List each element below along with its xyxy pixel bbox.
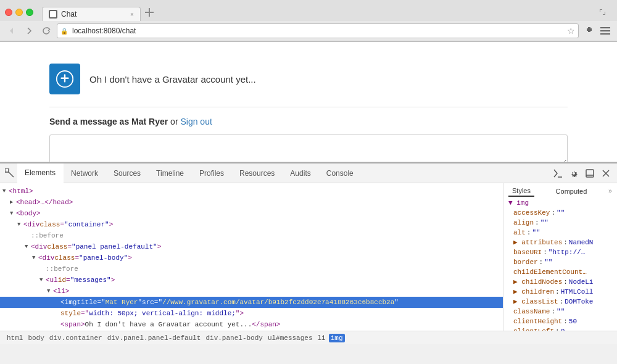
style-prop-align: align: "": [513, 218, 612, 228]
tab-elements[interactable]: Elements: [17, 163, 64, 183]
triangle-ul: [39, 275, 46, 286]
refresh-button[interactable]: [39, 24, 53, 38]
styles-panel: Styles Computed » ▼ img accessKey: "" al…: [503, 183, 617, 331]
breadcrumb-img[interactable]: img: [329, 334, 345, 342]
tab-favicon: [49, 10, 57, 19]
dom-html[interactable]: <html>: [0, 186, 503, 197]
dom-span[interactable]: <span>Oh I don't have a Gravatar account…: [0, 319, 503, 330]
dom-li[interactable]: <li>: [0, 286, 503, 297]
close-button[interactable]: [5, 9, 12, 16]
title-bar: Chat ×: [0, 0, 617, 21]
style-prop-clientHeight: clientHeight: 50: [513, 316, 612, 326]
address-input[interactable]: [57, 23, 579, 38]
triangle-html: [2, 186, 9, 197]
dom-before-1[interactable]: ::before: [0, 230, 503, 241]
message-input[interactable]: [49, 134, 568, 162]
address-wrapper: 🔒 ☆: [57, 23, 579, 38]
style-prop-className: className: "": [513, 307, 612, 316]
tab-bar: Chat ×: [42, 4, 158, 21]
tab-resources[interactable]: Resources: [232, 163, 283, 183]
dom-body[interactable]: <body>: [0, 208, 503, 219]
breadcrumb-panel-body[interactable]: div.panel-body: [204, 334, 264, 342]
address-bar: 🔒 ☆: [0, 21, 617, 41]
dom-head[interactable]: <head>…</head>: [0, 197, 503, 208]
dom-container[interactable]: <div class="container">: [0, 219, 503, 230]
forward-button[interactable]: [22, 24, 36, 38]
tab-network[interactable]: Network: [64, 163, 106, 183]
settings-icon[interactable]: [566, 166, 581, 181]
new-tab-button[interactable]: [141, 4, 158, 21]
maximize-button[interactable]: [26, 9, 33, 16]
execute-icon[interactable]: [550, 166, 565, 181]
message-text: Oh I don't have a Gravatar account yet..…: [89, 74, 256, 85]
close-devtools-icon[interactable]: [598, 166, 613, 181]
dom-panel[interactable]: <div class="panel panel-default">: [0, 241, 503, 252]
triangle-body: [10, 208, 16, 219]
styles-selector: ▼ img: [508, 199, 612, 207]
extensions-icon[interactable]: [582, 24, 596, 38]
devtools-action-icons: [547, 166, 617, 181]
resize-icon[interactable]: [596, 6, 610, 19]
svg-rect-4: [600, 30, 610, 31]
send-message-bar: Send a message as Mat Ryer or Sign out: [49, 110, 568, 130]
traffic-lights: [5, 9, 33, 16]
dom-img[interactable]: <img title="Mat Ryer" src="//www.gravata…: [0, 297, 503, 308]
devtools-body: <html> <head>…</head> <body> <div class=…: [0, 183, 617, 331]
page-content: Oh I don't have a Gravatar account yet..…: [0, 42, 617, 162]
style-prop-baseURI: baseURI: "http://…: [513, 247, 612, 257]
dom-img-style[interactable]: style="width: 50px; vertical-align: midd…: [0, 308, 503, 319]
styles-panel-header: Styles Computed »: [508, 186, 612, 197]
tab-profiles[interactable]: Profiles: [192, 163, 232, 183]
tab-sources[interactable]: Sources: [106, 163, 149, 183]
browser-chrome: Chat × 🔒 ☆: [0, 0, 617, 42]
browser-tab[interactable]: Chat ×: [42, 7, 141, 21]
triangle-panel: [25, 241, 31, 252]
style-prop-children: ▶ children: HTMLColl: [513, 287, 612, 297]
bookmark-icon[interactable]: ☆: [567, 26, 575, 36]
message-area: Oh I don't have a Gravatar account yet..…: [49, 54, 568, 104]
breadcrumb-body[interactable]: body: [26, 334, 46, 342]
style-prop-attributes: ▶ attributes: NamedN: [513, 238, 612, 247]
tab-timeline[interactable]: Timeline: [149, 163, 192, 183]
breadcrumb-ul[interactable]: ul#messages: [266, 334, 315, 342]
style-prop-classList: ▶ classList: DOMToke: [513, 297, 612, 307]
breadcrumb-panel[interactable]: div.panel.panel-default: [106, 334, 203, 342]
tab-console[interactable]: Console: [319, 163, 362, 183]
style-prop-alt: alt: "": [513, 228, 612, 238]
svg-rect-5: [600, 33, 610, 35]
triangle-li: [47, 286, 53, 297]
triangle-head: [10, 197, 16, 208]
devtools-tabs: Elements Network Sources Timeline Profil…: [17, 163, 547, 183]
devtools-panel: Elements Network Sources Timeline Profil…: [0, 162, 617, 344]
breadcrumb-container[interactable]: div.container: [48, 334, 104, 342]
breadcrumb-html[interactable]: html: [5, 334, 25, 342]
menu-icon[interactable]: [598, 24, 612, 38]
styles-tab-computed[interactable]: Computed: [552, 186, 591, 196]
svg-rect-7: [5, 168, 9, 172]
style-prop-accessKey: accessKey: "": [513, 208, 612, 218]
sign-out-link[interactable]: Sign out: [180, 117, 212, 126]
tab-audits[interactable]: Audits: [283, 163, 318, 183]
back-button[interactable]: [5, 24, 19, 38]
tab-title: Chat: [61, 10, 77, 19]
style-prop-border: border: "": [513, 257, 612, 267]
inspect-icon[interactable]: [2, 166, 17, 181]
style-prop-childElementCount: childElementCount…: [513, 267, 612, 277]
toolbar-icons: [582, 24, 612, 38]
breadcrumb-li[interactable]: li: [316, 334, 328, 342]
avatar: [49, 64, 80, 94]
tab-close-button[interactable]: ×: [128, 10, 136, 19]
lock-icon: 🔒: [60, 28, 68, 35]
dock-icon[interactable]: [582, 166, 597, 181]
elements-panel: <html> <head>…</head> <body> <div class=…: [0, 183, 503, 331]
dom-ul[interactable]: <ul id="messages">: [0, 275, 503, 286]
svg-rect-3: [600, 27, 610, 28]
devtools-toolbar: Elements Network Sources Timeline Profil…: [0, 163, 617, 183]
styles-chevron[interactable]: »: [608, 188, 612, 195]
breadcrumb-bar: html body div.container div.panel.panel-…: [0, 331, 617, 344]
dom-before-2[interactable]: ::before: [0, 263, 503, 275]
svg-rect-8: [586, 170, 594, 177]
styles-tab-styles[interactable]: Styles: [508, 186, 534, 197]
minimize-button[interactable]: [15, 9, 23, 16]
dom-panel-body[interactable]: <div class="panel-body">: [0, 252, 503, 263]
